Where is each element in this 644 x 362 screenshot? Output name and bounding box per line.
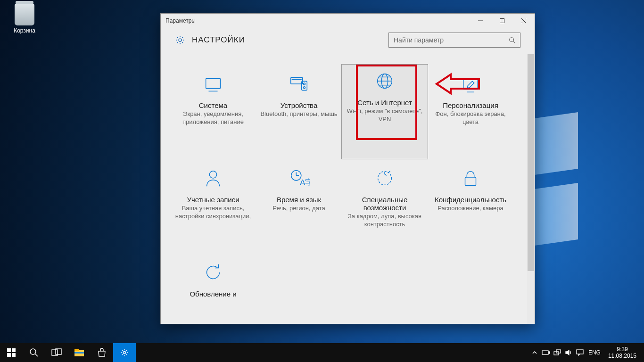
personalization-icon (459, 72, 482, 96)
category-subtitle: Экран, уведомления, приложения; питание (173, 110, 253, 126)
svg-rect-9 (291, 78, 303, 84)
gear-icon (175, 35, 185, 45)
svg-rect-7 (206, 79, 221, 89)
system-tray: ENG 9:39 11.08.2015 (529, 343, 644, 362)
maximize-button[interactable] (491, 14, 513, 28)
svg-line-33 (35, 354, 38, 356)
category-title: Учетные записи (187, 196, 239, 204)
tray-date: 11.08.2015 (608, 353, 636, 359)
tray-chevron-up-icon[interactable] (529, 343, 540, 362)
category-title: Устройства (281, 101, 317, 109)
tray-language[interactable]: ENG (586, 349, 603, 356)
time-language-icon: A字 (287, 166, 311, 190)
recycle-bin-icon[interactable]: Корзина (7, 4, 42, 34)
svg-point-12 (304, 83, 305, 85)
tray-battery-icon[interactable] (540, 343, 552, 362)
category-subtitle: Расположение, камера (438, 205, 503, 213)
minimize-button[interactable] (470, 14, 491, 28)
svg-point-5 (510, 38, 514, 42)
search-box[interactable] (388, 33, 520, 48)
svg-rect-31 (12, 353, 16, 357)
svg-rect-41 (549, 352, 550, 354)
category-title: Сеть и Интернет (357, 99, 412, 107)
settings-taskbar-icon[interactable] (113, 343, 136, 362)
tray-time: 9:39 (608, 346, 636, 353)
category-network[interactable]: Сеть и Интернет Wi-Fi, режим "в самолете… (342, 65, 428, 159)
svg-text:A字: A字 (300, 178, 310, 187)
privacy-icon (459, 166, 482, 190)
svg-rect-1 (500, 19, 504, 23)
tray-notifications-icon[interactable] (574, 343, 586, 362)
category-subtitle: Фон, блокировка экрана, цвета (430, 110, 511, 126)
category-grid: Система Экран, уведомления, приложения; … (161, 54, 535, 324)
devices-icon (287, 72, 311, 96)
file-explorer-icon[interactable] (68, 343, 91, 362)
window-title: Параметры (165, 17, 196, 24)
category-update[interactable]: Обновление и (170, 256, 256, 324)
settings-heading: НАСТРОЙКИ (192, 35, 245, 45)
search-icon (509, 37, 515, 43)
scrollbar[interactable] (527, 54, 535, 324)
category-subtitle: Речь, регион, дата (272, 205, 325, 213)
taskbar: ENG 9:39 11.08.2015 (0, 343, 644, 362)
network-icon (373, 69, 396, 93)
accounts-icon (201, 166, 225, 190)
taskbar-search-icon[interactable] (23, 343, 45, 362)
start-button[interactable] (0, 343, 23, 362)
svg-point-32 (30, 349, 36, 354)
titlebar[interactable]: Параметры (161, 14, 535, 28)
category-accounts[interactable]: Учетные записи Ваша учетная запись, наст… (170, 162, 256, 256)
svg-rect-44 (577, 350, 583, 354)
settings-window: Параметры НАСТРОЙКИ Система Экран, уведо… (160, 13, 535, 324)
system-icon (201, 72, 225, 96)
search-input[interactable] (394, 36, 509, 44)
scrollbar-thumb[interactable] (528, 54, 534, 271)
svg-rect-28 (7, 348, 11, 352)
svg-point-21 (209, 171, 216, 178)
category-subtitle: Ваша учетная запись, настройки синхрониз… (173, 205, 253, 221)
category-title: Специальные возможности (345, 196, 425, 212)
svg-rect-38 (74, 352, 84, 354)
svg-rect-37 (74, 349, 79, 351)
recycle-bin-label: Корзина (7, 27, 42, 34)
svg-rect-19 (463, 79, 478, 89)
svg-point-4 (179, 39, 182, 41)
svg-rect-27 (465, 177, 476, 185)
svg-line-6 (513, 41, 515, 43)
store-icon[interactable] (91, 343, 113, 362)
category-system[interactable]: Система Экран, уведомления, приложения; … (170, 67, 256, 162)
ease-of-access-icon (373, 166, 396, 190)
category-devices[interactable]: Устройства Bluetooth, принтеры, мышь (256, 67, 342, 162)
svg-point-39 (124, 352, 126, 354)
svg-rect-40 (542, 351, 548, 354)
category-ease-of-access[interactable]: Специальные возможности За кадром, лупа,… (342, 162, 428, 256)
task-view-icon[interactable] (45, 343, 68, 362)
category-title: Персонализация (443, 101, 498, 109)
category-subtitle: Wi-Fi, режим "в самолете", VPN (345, 107, 425, 123)
category-personalization[interactable]: Персонализация Фон, блокировка экрана, ц… (428, 67, 513, 162)
category-privacy[interactable]: Конфиденциальность Расположение, камера (428, 162, 513, 256)
desktop: Корзина Параметры НАСТРОЙКИ Систем (0, 0, 644, 362)
svg-point-13 (304, 87, 305, 89)
settings-body: Система Экран, уведомления, приложения; … (161, 54, 535, 324)
close-button[interactable] (513, 14, 535, 28)
tray-network-icon[interactable] (552, 343, 563, 362)
category-time-language[interactable]: A字 Время и язык Речь, регион, дата (256, 162, 342, 256)
category-title: Конфиденциальность (435, 196, 506, 204)
category-subtitle: За кадром, лупа, высокая контрастность (345, 213, 425, 229)
category-title: Система (199, 101, 227, 109)
settings-header: НАСТРОЙКИ (161, 28, 535, 54)
category-title: Время и язык (277, 196, 321, 204)
update-icon (201, 261, 225, 284)
svg-rect-30 (7, 353, 11, 357)
tray-volume-icon[interactable] (563, 343, 574, 362)
tray-clock[interactable]: 9:39 11.08.2015 (603, 346, 641, 360)
svg-rect-29 (12, 348, 16, 352)
category-title: Обновление и (190, 290, 236, 298)
category-subtitle: Bluetooth, принтеры, мышь (260, 110, 337, 118)
